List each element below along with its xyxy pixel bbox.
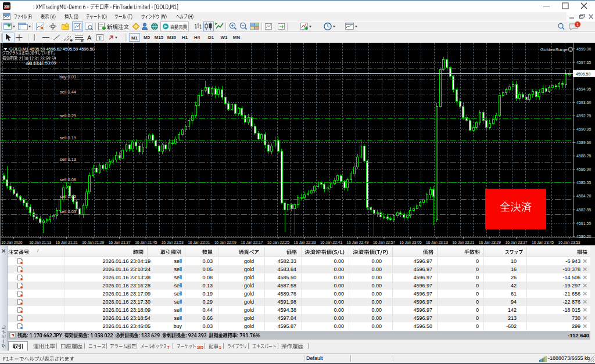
svg-text:4584.20: 4584.20 xyxy=(576,194,591,198)
svg-text:16 Jan 23:21: 16 Jan 23:21 xyxy=(452,240,474,244)
svg-text:16 Jan 23:13: 16 Jan 23:13 xyxy=(426,240,448,244)
svg-text:1: 1 xyxy=(576,23,579,27)
svg-text:A: A xyxy=(87,34,92,41)
svg-text:4599.00: 4599.00 xyxy=(576,47,591,51)
svg-text:16 Jan 22:33: 16 Jan 22:33 xyxy=(293,240,316,244)
svg-text:GoldenSurge: GoldenSurge xyxy=(540,47,568,52)
svg-text:16 Jan 21:53: 16 Jan 21:53 xyxy=(162,240,184,244)
svg-text:4581.55: 4581.55 xyxy=(576,221,591,225)
svg-text:16 Jan 22:41: 16 Jan 22:41 xyxy=(320,240,342,244)
svg-text:sell 0.03: sell 0.03 xyxy=(60,209,76,214)
svg-text:sell 0.19: sell 0.19 xyxy=(60,135,76,140)
svg-text:sell 0.29: sell 0.29 xyxy=(60,113,76,118)
svg-text:sell 0.08: sell 0.08 xyxy=(60,177,76,182)
svg-text:buy 0.03: buy 0.03 xyxy=(59,74,76,80)
svg-text:16 Jan 21:21: 16 Jan 21:21 xyxy=(56,240,78,244)
svg-text:16 Jan 22:25: 16 Jan 22:25 xyxy=(267,240,289,244)
svg-text:16 Jan 23:53: 16 Jan 23:53 xyxy=(558,240,580,244)
svg-text:16 Jan 23:29: 16 Jan 23:29 xyxy=(479,240,501,244)
svg-text:16 Jan 21:45: 16 Jan 21:45 xyxy=(135,240,157,244)
svg-text:16 Jan 22:17: 16 Jan 22:17 xyxy=(241,240,263,244)
svg-text:4597.65: 4597.65 xyxy=(576,60,591,64)
svg-text:4592.25: 4592.25 xyxy=(576,114,591,118)
svg-text:4580.20: 4580.20 xyxy=(576,235,591,239)
svg-text:16 Jan 22:57: 16 Jan 22:57 xyxy=(373,240,395,244)
svg-text:16 Jan 21:29: 16 Jan 21:29 xyxy=(82,240,104,244)
svg-text:16 Jan 22:01: 16 Jan 22:01 xyxy=(188,240,210,244)
svg-text:16 Jan 23:05: 16 Jan 23:05 xyxy=(399,240,421,244)
svg-text:F: F xyxy=(81,39,84,42)
svg-text:4586.90: 4586.90 xyxy=(576,167,591,171)
svg-text:4588.25: 4588.25 xyxy=(576,154,591,158)
svg-text:4585.55: 4585.55 xyxy=(576,181,591,185)
svg-text:16 Jan 22:09: 16 Jan 22:09 xyxy=(214,240,236,244)
svg-text:4596.50: 4596.50 xyxy=(576,72,590,76)
svg-text:16 Jan 21:37: 16 Jan 21:37 xyxy=(109,240,131,244)
svg-text:e: e xyxy=(70,38,73,42)
svg-text:4593.60: 4593.60 xyxy=(576,100,591,104)
svg-text:4582.85: 4582.85 xyxy=(576,208,591,212)
svg-text:16 Jan 21:13: 16 Jan 21:13 xyxy=(29,240,51,244)
svg-text:16 Jan 23:45: 16 Jan 23:45 xyxy=(532,240,554,244)
svg-text:T: T xyxy=(98,35,102,41)
svg-text:sell 0.44: sell 0.44 xyxy=(60,89,76,95)
svg-text:sell 0.05: sell 0.05 xyxy=(60,194,76,199)
svg-text:sell 0.13: sell 0.13 xyxy=(60,157,76,162)
svg-text:16 Jan 2026: 16 Jan 2026 xyxy=(1,240,23,244)
svg-text:4589.60: 4589.60 xyxy=(576,140,591,145)
svg-text:4594.95: 4594.95 xyxy=(576,87,591,91)
svg-text:XM: XM xyxy=(4,5,10,9)
svg-text:4590.95: 4590.95 xyxy=(576,127,591,131)
svg-text:GOLD,M1 4595.59 4596.62 4595.: GOLD,M1 4595.59 4596.62 4595.59 4596.50 xyxy=(9,46,95,52)
svg-text:16 Jan 23:37: 16 Jan 23:37 xyxy=(505,240,527,244)
svg-text:01.17 11:53:09: 01.17 11:53:09 xyxy=(27,60,56,66)
svg-text:16 Jan 22:49: 16 Jan 22:49 xyxy=(346,240,368,244)
